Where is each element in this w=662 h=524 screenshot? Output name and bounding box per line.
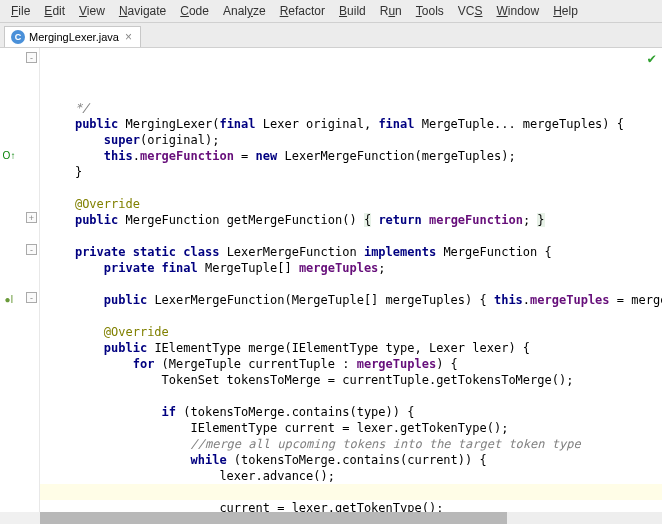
code-line[interactable]: current = lexer.getTokenType();: [40, 500, 662, 512]
fold-toggle-icon[interactable]: -: [26, 52, 37, 63]
horizontal-scrollbar[interactable]: [40, 512, 662, 524]
menu-analyze[interactable]: Analyze: [216, 2, 273, 20]
menu-file[interactable]: File: [4, 2, 37, 20]
code-line[interactable]: private static class LexerMergeFunction …: [40, 244, 662, 260]
code-line[interactable]: [40, 180, 662, 196]
editor-tab[interactable]: C MergingLexer.java ×: [4, 26, 141, 47]
override-marker-icon[interactable]: O↑: [2, 148, 16, 162]
code-line[interactable]: @Override: [40, 196, 662, 212]
code-line[interactable]: public IElementType merge(IElementType t…: [40, 340, 662, 356]
menubar: FileEditViewNavigateCodeAnalyzeRefactorB…: [0, 0, 662, 23]
code-line[interactable]: [40, 308, 662, 324]
code-line[interactable]: //merge all upcoming tokens into the tar…: [40, 436, 662, 452]
code-line[interactable]: public MergingLexer(final Lexer original…: [40, 116, 662, 132]
code-line[interactable]: [40, 484, 662, 500]
code-line[interactable]: this.mergeFunction = new LexerMergeFunct…: [40, 148, 662, 164]
tab-filename: MergingLexer.java: [29, 31, 119, 43]
implement-marker-icon[interactable]: ●I: [2, 292, 16, 306]
menu-edit[interactable]: Edit: [37, 2, 72, 20]
code-area[interactable]: ✔ */ public MergingLexer(final Lexer ori…: [40, 48, 662, 512]
close-icon[interactable]: ×: [123, 30, 134, 44]
code-line[interactable]: private final MergeTuple[] mergeTuples;: [40, 260, 662, 276]
code-line[interactable]: @Override: [40, 324, 662, 340]
menu-vcs[interactable]: VCS: [451, 2, 490, 20]
fold-toggle-icon[interactable]: -: [26, 292, 37, 303]
code-line[interactable]: lexer.advance();: [40, 468, 662, 484]
code-line[interactable]: */: [40, 100, 662, 116]
fold-toggle-icon[interactable]: -: [26, 244, 37, 255]
menu-build[interactable]: Build: [332, 2, 373, 20]
code-line[interactable]: TokenSet tokensToMerge = currentTuple.ge…: [40, 372, 662, 388]
code-line[interactable]: for (MergeTuple currentTuple : mergeTupl…: [40, 356, 662, 372]
inspection-ok-icon[interactable]: ✔: [648, 50, 656, 66]
code-line[interactable]: [40, 276, 662, 292]
code-line[interactable]: super(original);: [40, 132, 662, 148]
code-line[interactable]: public MergeFunction getMergeFunction() …: [40, 212, 662, 228]
menu-window[interactable]: Window: [489, 2, 546, 20]
code-line[interactable]: if (tokensToMerge.contains(type)) {: [40, 404, 662, 420]
code-line[interactable]: [40, 388, 662, 404]
code-line[interactable]: public LexerMergeFunction(MergeTuple[] m…: [40, 292, 662, 308]
menu-refactor[interactable]: Refactor: [273, 2, 332, 20]
code-line[interactable]: [40, 228, 662, 244]
editor: O↑●I-+-- ✔ */ public MergingLexer(final …: [0, 48, 662, 512]
menu-help[interactable]: Help: [546, 2, 585, 20]
menu-tools[interactable]: Tools: [409, 2, 451, 20]
menu-run[interactable]: Run: [373, 2, 409, 20]
code-line[interactable]: while (tokensToMerge.contains(current)) …: [40, 452, 662, 468]
tab-bar: C MergingLexer.java ×: [0, 23, 662, 48]
code-line[interactable]: }: [40, 164, 662, 180]
menu-code[interactable]: Code: [173, 2, 216, 20]
java-class-icon: C: [11, 30, 25, 44]
code-line[interactable]: IElementType current = lexer.getTokenTyp…: [40, 420, 662, 436]
fold-toggle-icon[interactable]: +: [26, 212, 37, 223]
menu-navigate[interactable]: Navigate: [112, 2, 173, 20]
gutter: O↑●I-+--: [0, 48, 40, 512]
scrollbar-thumb[interactable]: [40, 512, 507, 524]
menu-view[interactable]: View: [72, 2, 112, 20]
